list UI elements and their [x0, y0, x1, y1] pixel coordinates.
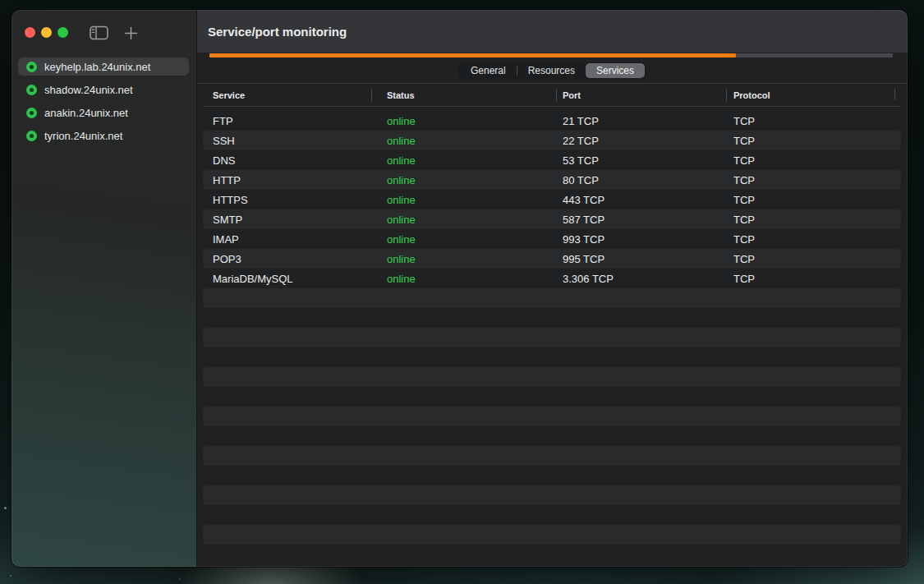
sidebar-toggle-icon[interactable] [90, 25, 108, 40]
zoom-button[interactable] [57, 27, 68, 38]
tab-strip: GeneralResourcesServices [197, 58, 908, 84]
status-cell: online [371, 253, 556, 265]
table-row[interactable]: SMTPonline587 TCPTCP [203, 209, 901, 229]
table-row[interactable]: HTTPSonline443 TCPTCP [203, 190, 901, 209]
sidebar-item-server[interactable]: shadow.24unix.net [18, 80, 189, 99]
server-name: shadow.24unix.net [44, 84, 133, 96]
window-controls [25, 27, 68, 38]
progress-strip [197, 53, 908, 58]
app-window: keyhelp.lab.24unix.netshadow.24unix.neta… [11, 10, 908, 567]
sidebar-item-server[interactable]: keyhelp.lab.24unix.net [18, 57, 189, 76]
status-cell: online [371, 174, 556, 186]
service-cell: IMAP [203, 233, 371, 246]
protocol-cell: TCP [726, 253, 901, 265]
server-list: keyhelp.lab.24unix.netshadow.24unix.neta… [18, 57, 189, 149]
status-dot-online [26, 62, 37, 72]
status-cell: online [371, 214, 556, 226]
table-row-empty [203, 466, 901, 485]
table-row-empty [203, 387, 901, 407]
service-cell: HTTPS [203, 194, 371, 206]
status-cell: online [371, 273, 556, 285]
table-row-empty [203, 426, 901, 446]
service-cell: SMTP [203, 214, 371, 226]
status-cell: online [371, 233, 556, 246]
service-cell: SSH [203, 135, 371, 147]
desktop-wallpaper: keyhelp.lab.24unix.netshadow.24unix.neta… [0, 0, 924, 584]
column-header-port[interactable]: Port [556, 90, 726, 101]
protocol-cell: TCP [726, 115, 901, 127]
table-row-empty [203, 347, 901, 367]
column-header-status[interactable]: Status [371, 90, 556, 101]
table-header: ServiceStatusPortProtocol [203, 84, 901, 107]
add-server-icon[interactable] [124, 26, 138, 40]
table-row-empty [203, 525, 901, 545]
protocol-cell: TCP [726, 273, 901, 285]
table-row-empty [203, 308, 901, 328]
table-row-empty [203, 485, 901, 505]
table-row-empty [203, 407, 901, 426]
scan-progress-bar [209, 53, 736, 57]
service-cell: MariaDB/MySQL [203, 273, 371, 285]
table-row-empty [203, 446, 901, 466]
protocol-cell: TCP [726, 135, 901, 147]
wallpaper-star [10, 575, 11, 577]
close-button[interactable] [25, 27, 35, 38]
port-cell: 3.306 TCP [556, 273, 726, 285]
table-row[interactable]: POP3online995 TCPTCP [203, 249, 901, 269]
protocol-cell: TCP [726, 214, 901, 226]
server-name: anakin.24unix.net [44, 107, 128, 119]
tab-services[interactable]: Services [586, 63, 645, 78]
status-dot-online [26, 85, 37, 95]
port-cell: 53 TCP [556, 154, 726, 167]
column-header-protocol[interactable]: Protocol [726, 90, 901, 101]
protocol-cell: TCP [726, 174, 901, 186]
server-name: tyrion.24unix.net [44, 130, 122, 142]
port-cell: 22 TCP [556, 135, 726, 147]
sidebar: keyhelp.lab.24unix.netshadow.24unix.neta… [11, 10, 196, 567]
service-cell: HTTP [203, 174, 371, 186]
port-cell: 443 TCP [556, 194, 726, 206]
service-cell: DNS [203, 154, 371, 167]
protocol-cell: TCP [726, 194, 901, 206]
service-cell: FTP [203, 115, 371, 127]
tab-general[interactable]: General [460, 63, 517, 78]
column-header-service[interactable]: Service [203, 90, 371, 101]
main-content: Service/port monitoring GeneralResources… [196, 10, 908, 567]
sidebar-toolbar [90, 25, 138, 41]
port-cell: 80 TCP [556, 174, 726, 186]
port-cell: 21 TCP [556, 115, 726, 127]
minimize-button[interactable] [41, 27, 52, 38]
port-cell: 993 TCP [556, 233, 726, 246]
status-cell: online [371, 115, 556, 127]
table-row-empty [203, 328, 901, 347]
tab-resources[interactable]: Resources [517, 63, 586, 78]
sidebar-item-server[interactable]: tyrion.24unix.net [18, 126, 189, 145]
protocol-cell: TCP [726, 154, 901, 167]
protocol-cell: TCP [726, 233, 901, 246]
scan-progress-track [209, 53, 893, 57]
table-row-empty [203, 367, 901, 387]
table-row[interactable]: HTTPonline80 TCPTCP [203, 170, 901, 190]
table-row-empty [203, 288, 901, 308]
status-cell: online [371, 194, 556, 206]
status-cell: online [371, 135, 556, 147]
tab-segmented-control: GeneralResourcesServices [458, 62, 646, 80]
services-table: FTPonline21 TCPTCPSSHonline22 TCPTCPDNSo… [197, 107, 908, 567]
table-row[interactable]: SSHonline22 TCPTCP [203, 131, 901, 150]
table-row[interactable]: MariaDB/MySQLonline3.306 TCPTCP [203, 269, 901, 288]
titlebar: Service/port monitoring [197, 10, 908, 53]
table-row-empty [203, 505, 901, 525]
sidebar-item-server[interactable]: anakin.24unix.net [18, 103, 189, 122]
page-title: Service/port monitoring [208, 25, 347, 39]
table-row[interactable]: DNSonline53 TCPTCP [203, 150, 901, 170]
service-cell: POP3 [203, 253, 371, 265]
port-cell: 995 TCP [556, 253, 726, 265]
status-dot-online [26, 108, 37, 118]
wallpaper-star [4, 507, 7, 509]
status-cell: online [371, 154, 556, 167]
server-name: keyhelp.lab.24unix.net [44, 61, 150, 73]
port-cell: 587 TCP [556, 214, 726, 226]
status-dot-online [26, 131, 37, 141]
table-row[interactable]: IMAPonline993 TCPTCP [203, 229, 901, 249]
table-row[interactable]: FTPonline21 TCPTCP [203, 111, 901, 131]
